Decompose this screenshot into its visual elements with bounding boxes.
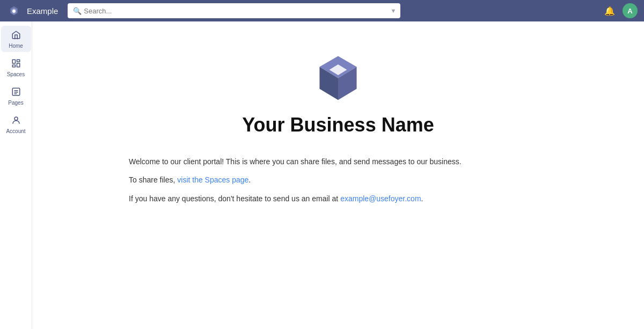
pages-icon: [11, 87, 21, 98]
search-dropdown-icon: ▼: [390, 8, 396, 14]
contact-paragraph: If you have any questions, don't hesitat…: [129, 193, 547, 204]
sidebar-item-home[interactable]: Home: [1, 26, 31, 52]
svg-rect-6: [17, 63, 19, 67]
intro-paragraph: Welcome to our client portal! This is wh…: [129, 156, 547, 167]
spaces-link[interactable]: visit the Spaces page: [177, 176, 248, 184]
svg-point-12: [14, 117, 18, 120]
sidebar-home-label: Home: [9, 43, 23, 49]
layout: Home Spaces Page: [0, 21, 644, 329]
nav-right: 🔔 A: [604, 3, 638, 18]
search-input[interactable]: [68, 3, 400, 18]
account-icon: [11, 115, 21, 127]
search-wrapper: 🔍 ▼: [68, 3, 400, 18]
logo-area: Your Business Name: [242, 54, 434, 136]
content-text: Welcome to our client portal! This is wh…: [129, 156, 547, 211]
brand-logo-icon: [6, 3, 21, 18]
sidebar-spaces-label: Spaces: [7, 71, 25, 77]
sidebar-item-pages[interactable]: Pages: [1, 83, 31, 109]
svg-rect-5: [17, 60, 19, 62]
sidebar-item-account[interactable]: Account: [1, 111, 31, 137]
notification-icon[interactable]: 🔔: [604, 6, 615, 16]
brand-name: Example: [27, 6, 58, 16]
sidebar-pages-label: Pages: [8, 100, 23, 106]
sidebar: Home Spaces Page: [0, 21, 32, 329]
search-icon: 🔍: [73, 7, 82, 15]
sidebar-account-label: Account: [6, 128, 25, 134]
avatar[interactable]: A: [623, 3, 638, 18]
contact-email-link[interactable]: example@usefoyer.com: [340, 194, 421, 203]
business-name: Your Business Name: [242, 114, 434, 136]
business-logo-icon: [311, 54, 365, 107]
spaces-icon: [11, 59, 21, 70]
svg-rect-7: [12, 65, 15, 67]
svg-rect-4: [12, 60, 15, 63]
home-icon: [11, 30, 21, 41]
spaces-paragraph: To share files, visit the Spaces page.: [129, 174, 547, 186]
main-content: Your Business Name Welcome to our client…: [32, 21, 644, 329]
top-nav: Example 🔍 ▼ 🔔 A: [0, 0, 644, 21]
sidebar-item-spaces[interactable]: Spaces: [1, 54, 31, 81]
